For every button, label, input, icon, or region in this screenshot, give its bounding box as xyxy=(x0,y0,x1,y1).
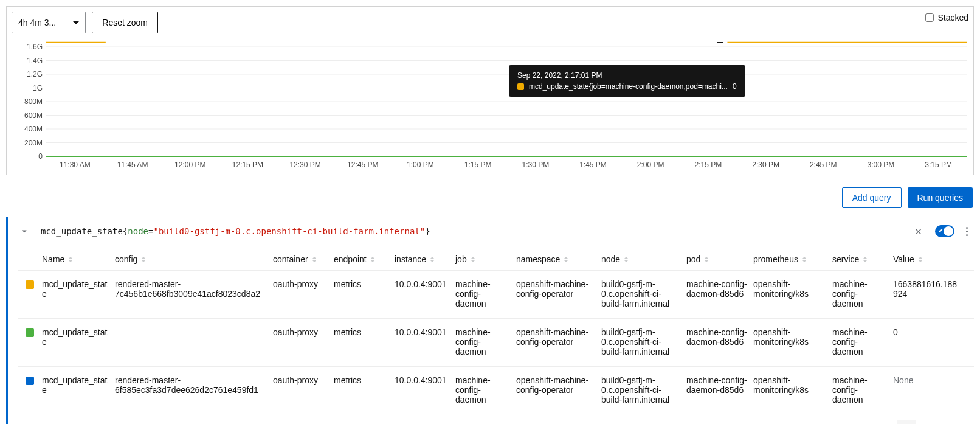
col-config[interactable]: config xyxy=(115,254,273,264)
cell-prometheus: openshift-monitoring/k8s xyxy=(753,327,832,347)
query-block: mcd_update_state{node="build0-gstfj-m-0.… xyxy=(6,217,974,424)
cell-instance: 10.0.0.4:9001 xyxy=(395,375,455,385)
last-page-button[interactable]: » xyxy=(956,421,970,424)
svg-text:3:15 PM: 3:15 PM xyxy=(925,161,952,169)
sort-icon xyxy=(141,257,146,262)
cell-pod: machine-config-daemon-d85d6 xyxy=(686,279,753,299)
query-enabled-toggle[interactable]: ✔ xyxy=(935,225,954,237)
col-service[interactable]: service xyxy=(832,254,893,264)
query-actions: Add query Run queries xyxy=(6,187,974,208)
col-node[interactable]: node xyxy=(601,254,686,264)
table-row[interactable]: mcd_update_staterendered-master-7c456b1e… xyxy=(18,270,974,318)
sort-icon xyxy=(471,257,475,262)
svg-text:12:15 PM: 12:15 PM xyxy=(232,161,263,169)
reset-zoom-button[interactable]: Reset zoom xyxy=(92,12,158,33)
chart-toolbar: 4h 4m 3... Reset zoom xyxy=(12,12,158,33)
chart-card: 4h 4m 3... Reset zoom Stacked 0200M400M6… xyxy=(6,6,974,175)
table-row[interactable]: mcd_update_staterendered-master-6f585ec3… xyxy=(18,366,974,414)
sort-icon xyxy=(370,257,375,262)
cell-instance: 10.0.0.4:9001 xyxy=(395,327,455,337)
col-instance[interactable]: instance xyxy=(395,254,455,264)
svg-text:200M: 200M xyxy=(24,139,43,147)
cell-namespace: openshift-machine-config-operator xyxy=(516,375,601,395)
chevron-down-icon xyxy=(19,226,30,237)
cell-name: mcd_update_state xyxy=(42,279,115,299)
first-page-button[interactable]: « xyxy=(860,421,875,424)
cell-job: machine-config-daemon xyxy=(455,327,516,356)
stacked-label: Stacked xyxy=(937,13,968,23)
query-expression-input[interactable]: mcd_update_state{node="build0-gstfj-m-0.… xyxy=(37,220,929,242)
stacked-toggle[interactable]: Stacked xyxy=(925,13,968,23)
col-endpoint[interactable]: endpoint xyxy=(334,254,395,264)
check-icon: ✔ xyxy=(938,227,944,235)
cell-value: 1663881616.188924 xyxy=(893,279,966,299)
svg-text:1:30 PM: 1:30 PM xyxy=(522,161,549,169)
svg-text:12:45 PM: 12:45 PM xyxy=(347,161,378,169)
next-page-button[interactable]: › xyxy=(937,421,952,424)
time-range-dropdown[interactable]: 4h 4m 3... xyxy=(12,12,86,33)
query-row: mcd_update_state{node="build0-gstfj-m-0.… xyxy=(8,217,974,246)
svg-text:1G: 1G xyxy=(33,84,43,92)
run-queries-button[interactable]: Run queries xyxy=(908,187,973,208)
chart-tooltip: Sep 22, 2022, 2:17:01 PM mcd_update_stat… xyxy=(509,65,745,97)
cell-name: mcd_update_state xyxy=(42,327,115,347)
tooltip-series-name: mcd_update_state{job=machine-config-daem… xyxy=(529,82,728,91)
cell-node: build0-gstfj-m-0.c.openshift-ci-build-fa… xyxy=(601,375,686,405)
svg-text:12:00 PM: 12:00 PM xyxy=(174,161,205,169)
col-job[interactable]: job xyxy=(455,254,516,264)
col-container[interactable]: container xyxy=(273,254,334,264)
table-row[interactable]: mcd_update_stateoauth-proxymetrics10.0.0… xyxy=(18,318,974,366)
svg-text:1.2G: 1.2G xyxy=(27,70,43,78)
series-swatch xyxy=(26,328,34,337)
cell-name: mcd_update_state xyxy=(42,375,115,395)
col-name[interactable]: Name xyxy=(42,254,115,264)
svg-text:1:15 PM: 1:15 PM xyxy=(464,161,492,169)
cell-endpoint: metrics xyxy=(334,375,395,385)
expand-query-toggle[interactable] xyxy=(18,224,31,238)
cell-job: machine-config-daemon xyxy=(455,279,516,308)
col-pod[interactable]: pod xyxy=(686,254,753,264)
prev-page-button[interactable]: ‹ xyxy=(878,421,893,424)
svg-text:3:00 PM: 3:00 PM xyxy=(868,161,895,169)
series-swatch-cell xyxy=(18,375,42,385)
cell-container: oauth-proxy xyxy=(273,279,334,289)
svg-text:0: 0 xyxy=(38,152,43,161)
sort-icon xyxy=(430,257,435,262)
pagination-nav: « ‹ of 1 › » xyxy=(860,420,970,424)
col-namespace[interactable]: namespace xyxy=(516,254,601,264)
cell-service: machine-config-daemon xyxy=(832,327,893,356)
svg-text:11:30 AM: 11:30 AM xyxy=(60,161,91,169)
clear-query-button[interactable]: ✕ xyxy=(911,224,925,237)
svg-text:800M: 800M xyxy=(24,97,43,106)
svg-text:1:00 PM: 1:00 PM xyxy=(407,161,434,169)
page-number-input[interactable] xyxy=(897,420,916,424)
stacked-checkbox[interactable] xyxy=(925,13,934,22)
add-query-button[interactable]: Add query xyxy=(842,187,902,208)
cell-prometheus: openshift-monitoring/k8s xyxy=(753,375,832,395)
series-swatch xyxy=(26,280,34,289)
cell-endpoint: metrics xyxy=(334,327,395,337)
svg-text:11:45 AM: 11:45 AM xyxy=(117,161,148,169)
cell-container: oauth-proxy xyxy=(273,375,334,385)
table-header-row: Name config container endpoint instance … xyxy=(18,249,974,270)
col-prometheus[interactable]: prometheus xyxy=(753,254,832,264)
series-swatch-cell xyxy=(18,279,42,289)
sort-icon xyxy=(704,257,709,262)
cell-container: oauth-proxy xyxy=(273,327,334,337)
chevron-down-icon xyxy=(73,21,79,24)
sort-icon xyxy=(802,257,807,262)
query-expression-text: mcd_update_state{node="build0-gstfj-m-0.… xyxy=(41,226,430,236)
tooltip-swatch xyxy=(517,83,524,90)
cell-pod: machine-config-daemon-d85d6 xyxy=(686,327,753,347)
time-range-label: 4h 4m 3... xyxy=(18,18,56,27)
svg-text:2:30 PM: 2:30 PM xyxy=(752,161,779,169)
sort-icon xyxy=(863,257,868,262)
col-value[interactable]: Value xyxy=(893,254,966,264)
chart-area[interactable]: 0200M400M600M800M1G1.2G1.4G1.6G 11:30 AM… xyxy=(7,41,973,175)
cell-pod: machine-config-daemon-d85d6 xyxy=(686,375,753,395)
cell-node: build0-gstfj-m-0.c.openshift-ci-build-fa… xyxy=(601,327,686,356)
sort-icon xyxy=(312,257,317,262)
series-swatch-cell xyxy=(18,327,42,337)
sort-icon xyxy=(918,257,923,262)
query-kebab-menu[interactable] xyxy=(961,227,973,236)
